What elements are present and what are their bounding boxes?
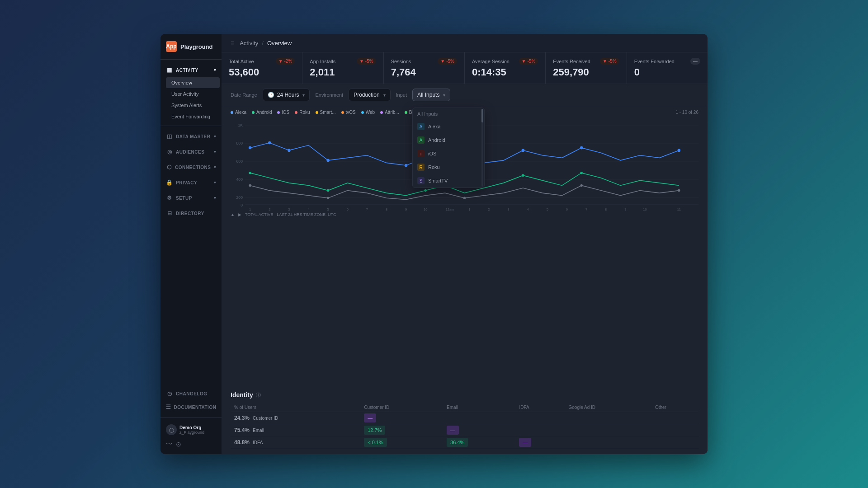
legend-dot-roku <box>295 111 297 114</box>
sidebar-item-overview[interactable]: Overview <box>166 77 220 88</box>
identity-section: Identity ⓘ % of Users Customer ID Email … <box>222 386 708 454</box>
legend-attrib: Attrib... <box>380 110 399 115</box>
environment-select[interactable]: Production ▾ <box>349 89 390 101</box>
sidebar-item-directory[interactable]: ⊟ Directory <box>160 206 222 220</box>
legend-label-ios: iOS <box>282 110 289 115</box>
svg-point-15 <box>326 159 329 162</box>
user-profile-icon[interactable]: ⊙ <box>176 441 181 448</box>
date-range-select[interactable]: 🕐 24 Hours ▾ <box>263 89 310 101</box>
dropdown-item-roku[interactable]: R Roku <box>413 160 484 174</box>
svg-point-23 <box>425 189 427 192</box>
input-label: Input <box>396 92 407 98</box>
dropdown-scrollbar <box>481 109 483 187</box>
sidebar-section-data-master: ◫ Data Master ▾ <box>160 130 222 143</box>
legend-dot-attrib <box>380 111 383 114</box>
date-range-chevron: ▾ <box>302 93 305 98</box>
android-icon: A <box>417 136 425 144</box>
environment-value: Production <box>354 92 379 98</box>
legend-dot-web <box>361 111 364 114</box>
chart-footer-label: TOTAL ACTIVE <box>245 212 273 217</box>
cell-email-email: — <box>447 426 459 435</box>
stat-total-active-header: Total Active ▼ -2% <box>229 58 295 65</box>
dropdown-item-smarttv[interactable]: S SmartTV <box>413 174 484 188</box>
roku-icon: R <box>417 164 425 171</box>
breadcrumb-activity[interactable]: Activity <box>240 40 258 47</box>
breadcrumb-overview[interactable]: Overview <box>267 40 292 47</box>
waves-icon[interactable]: 〰 <box>166 441 172 448</box>
total-active-label: ▲ <box>231 212 235 217</box>
sidebar-item-connections[interactable]: ⬡ Connections ▾ <box>160 160 222 174</box>
sidebar-item-audiences[interactable]: ◎ Audiences ▾ <box>160 145 222 159</box>
smarttv-icon: S <box>417 177 425 184</box>
svg-point-22 <box>327 189 329 192</box>
svg-text:600: 600 <box>236 159 243 164</box>
table-row-customer-id: 24.3% Customer ID — <box>231 412 698 424</box>
legend-tvos: tvOS <box>341 110 356 115</box>
ios-icon: i <box>417 150 425 157</box>
sidebar-section-setup: ⚙ Setup ▾ <box>160 191 222 205</box>
badge-arrow-down-4: ▼ <box>522 59 526 64</box>
stat-sessions-value: 7,764 <box>391 66 457 78</box>
svg-point-20 <box>678 149 680 152</box>
svg-point-26 <box>249 184 251 187</box>
svg-text:6: 6 <box>566 207 568 211</box>
dropdown-item-ios[interactable]: i iOS <box>413 147 484 160</box>
clock-icon: 🕐 <box>268 92 274 98</box>
dropdown-item-all[interactable]: All Inputs <box>413 108 484 120</box>
svg-text:9: 9 <box>405 207 407 211</box>
user-details: Demo Org z_Playground <box>179 425 204 435</box>
svg-text:6: 6 <box>347 207 349 211</box>
user-info[interactable]: ◯ Demo Org z_Playground <box>166 422 216 438</box>
chevron-right-icon: ▾ <box>214 134 217 139</box>
breadcrumb-separator: / <box>262 40 264 47</box>
stat-app-installs-label: App Installs <box>310 59 335 64</box>
sidebar-item-setup[interactable]: ⚙ Setup ▾ <box>160 191 222 205</box>
date-range-label: Date Range <box>231 92 257 98</box>
stat-total-active: Total Active ▼ -2% 53,600 <box>222 52 302 84</box>
identity-title: Identity <box>231 391 253 399</box>
sidebar-item-user-activity[interactable]: User Activity <box>166 89 220 99</box>
chevron-right-icon-4: ▾ <box>214 180 217 185</box>
legend-label-web: Web <box>366 110 375 115</box>
svg-point-30 <box>678 189 680 192</box>
svg-text:5: 5 <box>547 207 548 211</box>
stat-total-active-badge: ▼ -2% <box>276 58 295 65</box>
sidebar-section-audiences: ◎ Audiences ▾ <box>160 145 222 159</box>
legend-alexa: Alexa <box>231 110 246 115</box>
sidebar-item-system-alerts[interactable]: System Alerts <box>166 100 220 111</box>
sidebar-item-changelog[interactable]: ◷ Changelog <box>160 387 222 400</box>
stat-avg-session-header: Average Session ▼ -5% <box>472 58 538 65</box>
sidebar-item-activity[interactable]: ▦ Activity ▾ <box>160 63 222 77</box>
chevron-right-icon-3: ▾ <box>214 165 217 169</box>
stat-app-installs-value: 2,011 <box>310 66 376 78</box>
workspace-name: z_Playground <box>179 430 204 435</box>
sidebar-item-event-forwarding[interactable]: Event Forwarding <box>166 111 220 122</box>
cell-idfa-email: 36.4% <box>447 438 468 447</box>
stat-sessions-label: Sessions <box>391 59 411 64</box>
stat-sessions-badge: ▼ -5% <box>438 58 457 65</box>
stat-events-forwarded-label: Events Forwarded <box>634 59 675 64</box>
sidebar-footer: ◯ Demo Org z_Playground 〰 ⊙ <box>160 418 222 454</box>
docs-icon: ☰ <box>166 404 171 410</box>
menu-icon[interactable]: ≡ <box>231 39 234 47</box>
chart-footer: ▲ ▶ TOTAL ACTIVE LAST 24 HRS TIME ZONE: … <box>231 211 698 219</box>
filter-bar: Date Range 🕐 24 Hours ▾ Environment Prod… <box>222 84 708 106</box>
sidebar-item-documentation[interactable]: ☰ Documentation <box>160 400 222 414</box>
stat-sessions: Sessions ▼ -5% 7,764 <box>384 52 465 84</box>
legend-dot-ios <box>277 111 280 114</box>
input-select[interactable]: All Inputs ▾ <box>412 89 450 101</box>
pct-customer-id: 24.3% Customer ID <box>231 412 360 424</box>
stat-events-received-value: 259,790 <box>553 66 619 78</box>
directory-icon: ⊟ <box>166 210 173 216</box>
dropdown-ios-label: iOS <box>428 151 436 156</box>
dropdown-item-android[interactable]: A Android <box>413 133 484 147</box>
dropdown-item-alexa[interactable]: A Alexa <box>413 120 484 133</box>
svg-text:3: 3 <box>288 207 290 211</box>
sidebar-logo[interactable]: App Playground <box>160 34 222 60</box>
sidebar-item-data-master[interactable]: ◫ Data Master ▾ <box>160 130 222 143</box>
sidebar-item-privacy[interactable]: 🔒 Privacy ▾ <box>160 176 222 189</box>
cell-cid-cid: — <box>364 413 376 422</box>
dropdown-scrollbar-thumb <box>481 109 483 122</box>
dropdown-android-label: Android <box>428 137 445 143</box>
svg-text:400: 400 <box>236 177 243 182</box>
